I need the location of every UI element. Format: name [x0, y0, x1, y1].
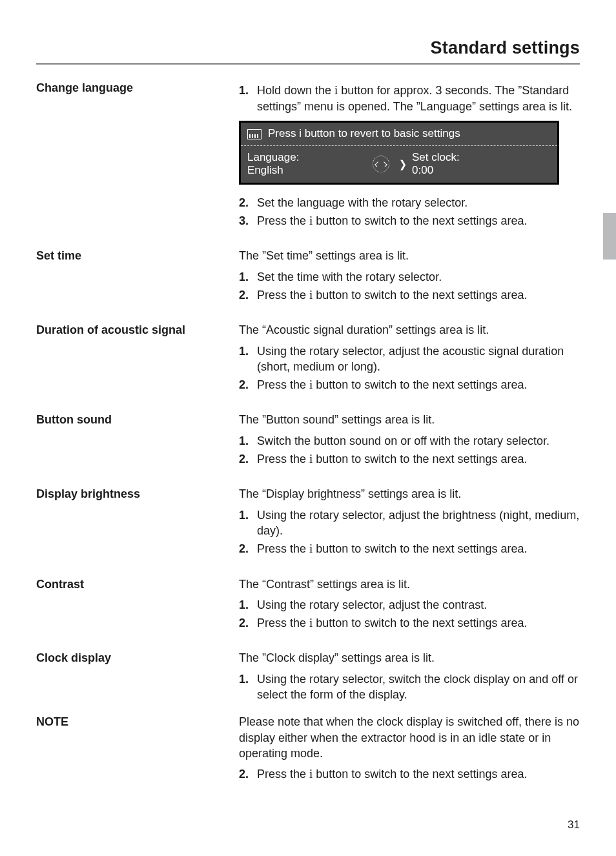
section-clock-display: Clock display The ”Clock display” settin… [36, 650, 580, 706]
step-text: Using the rotary selector, adjust the co… [253, 597, 580, 613]
info-i-icon: i [309, 543, 313, 555]
step-text: Press the i button to switch to the next… [253, 541, 580, 556]
step-number: 2. [239, 451, 253, 467]
content-set-time: The ”Set time” settings area is lit. 1. … [239, 248, 580, 307]
page: Standard settings Change language 1. Hol… [0, 0, 616, 856]
content-note: Please note that when the clock display … [239, 714, 580, 786]
content-button-sound: The ”Button sound” settings area is lit.… [239, 412, 580, 471]
lcd-top-bar: Press i button to revert to basic settin… [241, 123, 557, 146]
step-number: 2. [239, 195, 253, 210]
heading-clock-display: Clock display [36, 650, 223, 706]
step-2: 2. Press the i button to switch to the n… [239, 451, 580, 467]
step-number: 1. [239, 507, 253, 523]
title-rule: Standard settings [36, 36, 580, 65]
step-number: 2. [239, 287, 253, 303]
heading-set-time: Set time [36, 248, 223, 307]
lcd-language-value: English [247, 164, 364, 177]
heading-acoustic: Duration of acoustic signal [36, 322, 223, 396]
heading-button-sound: Button sound [36, 412, 223, 471]
steps: 1. Using the rotary selector, switch the… [239, 671, 580, 703]
step-1: 1. Set the time with the rotary selector… [239, 269, 580, 285]
step-text: Set the language with the rotary selecto… [253, 195, 580, 210]
lcd-preview: Press i button to revert to basic settin… [239, 121, 559, 185]
grill-icon [247, 129, 262, 139]
step-2: 2. Press the i button to switch to the n… [239, 377, 580, 392]
step-1: 1. Using the rotary selector, adjust the… [239, 597, 580, 613]
info-i-icon: i [309, 768, 313, 780]
lcd-clock-label: Set clock: [412, 151, 460, 164]
lcd-language-label: Language: [247, 151, 364, 164]
step-1: 1. Switch the button sound on or off wit… [239, 433, 580, 449]
lcd-bottom: Language: English ❯ Set clock: 0:00 [241, 146, 557, 183]
section-note: NOTE Please note that when the clock dis… [36, 714, 580, 786]
step-text: Switch the button sound on or off with t… [253, 433, 580, 449]
step-number: 2. [239, 377, 253, 392]
step-1: 1. Using the rotary selector, switch the… [239, 671, 580, 703]
intro: The “Acoustic signal duration” settings … [239, 322, 580, 338]
info-i-icon: i [309, 453, 313, 465]
step-text: Press the i button to switch to the next… [253, 213, 580, 229]
section-set-time: Set time The ”Set time” settings area is… [36, 248, 580, 307]
step-2: 2. Press the i button to switch to the n… [239, 766, 580, 782]
section-button-sound: Button sound The ”Button sound” settings… [36, 412, 580, 471]
steps: 2. Set the language with the rotary sele… [239, 195, 580, 229]
step-number: 1. [239, 597, 253, 613]
section-acoustic: Duration of acoustic signal The “Acousti… [36, 322, 580, 396]
heading-change-language: Change language [36, 80, 223, 232]
step-number: 3. [239, 213, 253, 229]
step-number: 1. [239, 433, 253, 449]
content-acoustic: The “Acoustic signal duration” settings … [239, 322, 580, 396]
info-i-icon: i [334, 85, 338, 97]
section-contrast: Contrast The “Contrast” settings area is… [36, 576, 580, 635]
step-number: 1. [239, 269, 253, 285]
step-2: 2. Press the i button to switch to the n… [239, 541, 580, 556]
heading-note: NOTE [36, 714, 223, 786]
note-text: Please note that when the clock display … [239, 714, 580, 761]
info-i-icon: i [309, 379, 313, 391]
step-text: Press the i button to switch to the next… [253, 451, 580, 467]
steps: 1. Using the rotary selector, adjust the… [239, 597, 580, 631]
step-number: 2. [239, 615, 253, 631]
step-number: 1. [239, 83, 253, 98]
steps: 2. Press the i button to switch to the n… [239, 766, 580, 782]
intro: The ”Button sound” settings area is lit. [239, 412, 580, 427]
step-text: Set the time with the rotary selector. [253, 269, 580, 285]
content-change-language: 1. Hold down the i button for approx. 3 … [239, 80, 580, 232]
step-1: 1. Using the rotary selector, adjust the… [239, 507, 580, 539]
lcd-top-text: Press i button to revert to basic settin… [268, 127, 460, 141]
content-display-brightness: The “Display brightness” settings area i… [239, 486, 580, 560]
lcd-clock: Set clock: 0:00 [412, 151, 460, 178]
step-number: 1. [239, 343, 253, 359]
content-clock-display: The ”Clock display” settings area is lit… [239, 650, 580, 706]
step-1: 1. Hold down the i button for approx. 3 … [239, 83, 580, 114]
heading-contrast: Contrast [36, 576, 223, 635]
steps: 1. Set the time with the rotary selector… [239, 269, 580, 303]
step-text: Hold down the i button for approx. 3 sec… [253, 83, 580, 114]
step-2: 2. Press the i button to switch to the n… [239, 615, 580, 631]
section-change-language: Change language 1. Hold down the i butto… [36, 80, 580, 232]
step-1: 1. Using the rotary selector, adjust the… [239, 343, 580, 375]
arrow-right-icon: ❯ [399, 158, 407, 172]
lcd-language: Language: English [247, 151, 364, 178]
steps: 1. Using the rotary selector, adjust the… [239, 343, 580, 393]
info-i-icon: i [309, 215, 313, 227]
step-number: 2. [239, 766, 253, 782]
step-3: 3. Press the i button to switch to the n… [239, 213, 580, 229]
step-text: Using the rotary selector, adjust the ac… [253, 343, 580, 375]
section-display-brightness: Display brightness The “Display brightne… [36, 486, 580, 560]
info-i-icon: i [309, 617, 313, 629]
rotary-selector-icon [373, 156, 389, 172]
step-text: Press the i button to switch to the next… [253, 377, 580, 392]
step-2: 2. Set the language with the rotary sele… [239, 195, 580, 210]
step-number: 2. [239, 541, 253, 556]
intro: The ”Set time” settings area is lit. [239, 248, 580, 263]
step-number: 1. [239, 671, 253, 687]
step-text: Using the rotary selector, adjust the br… [253, 507, 580, 539]
info-i-icon: i [309, 289, 313, 301]
intro: The “Contrast” settings area is lit. [239, 576, 580, 592]
step-2: 2. Press the i button to switch to the n… [239, 287, 580, 303]
intro: The “Display brightness” settings area i… [239, 486, 580, 502]
page-number: 31 [568, 818, 580, 833]
steps: 1. Switch the button sound on or off wit… [239, 433, 580, 467]
step-text: Press the i button to switch to the next… [253, 615, 580, 631]
